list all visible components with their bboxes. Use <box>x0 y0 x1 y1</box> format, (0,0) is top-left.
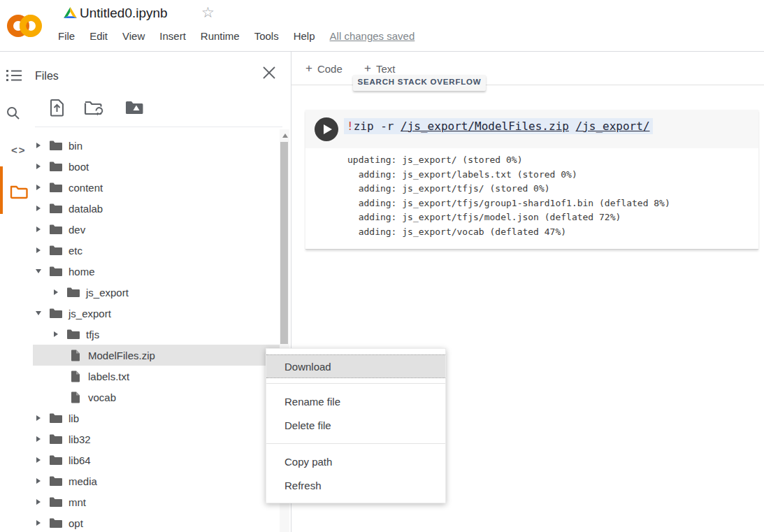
code-token-command: zip -r <box>354 120 401 133</box>
menu-tools[interactable]: Tools <box>254 30 279 42</box>
tree-item-boot[interactable]: boot <box>33 156 280 177</box>
add-code-button[interactable]: + Code <box>305 59 343 78</box>
chevron-down-icon[interactable] <box>35 269 42 273</box>
panel-separator <box>35 127 282 127</box>
context-menu-download[interactable]: Download <box>266 354 445 378</box>
output-line: adding: js_export/vocab (deflated 47%) <box>347 225 670 240</box>
table-of-contents-icon[interactable] <box>6 69 22 82</box>
output-line: adding: js_export/tfjs/model.json (defla… <box>347 210 670 225</box>
output-line: adding: js_export/tfjs/ (stored 0%) <box>347 182 670 196</box>
chevron-right-icon[interactable] <box>35 164 42 169</box>
tree-item-label: etc <box>69 245 82 257</box>
chevron-right-icon[interactable] <box>35 185 42 190</box>
files-panel-title: Files <box>35 70 59 82</box>
tree-item-lib32[interactable]: lib32 <box>33 429 280 450</box>
tree-item-label: labels.txt <box>88 371 129 382</box>
tree-item-content[interactable]: content <box>33 177 280 198</box>
tree-item-label: tfjs <box>86 329 99 340</box>
tree-item-vocab[interactable]: vocab <box>33 387 280 408</box>
tree-item-etc[interactable]: etc <box>33 240 280 261</box>
folder-icon <box>49 412 63 424</box>
menu-view[interactable]: View <box>122 30 145 42</box>
chevron-right-icon[interactable] <box>35 227 42 232</box>
files-tab-folder-icon[interactable] <box>10 184 28 199</box>
chevron-right-icon[interactable] <box>35 457 42 463</box>
file-context-menu: Download Rename file Delete file Copy pa… <box>266 348 446 503</box>
code-snippets-icon[interactable]: <> <box>11 144 27 156</box>
folder-icon <box>49 245 63 256</box>
search-icon[interactable] <box>6 106 20 120</box>
chevron-right-icon[interactable] <box>35 247 42 253</box>
tree-item-media[interactable]: media <box>33 470 280 491</box>
colab-logo-icon[interactable] <box>6 7 43 45</box>
chevron-right-icon[interactable] <box>35 499 42 505</box>
tree-item-label: ModelFiles.zip <box>88 350 155 361</box>
context-menu-rename-file[interactable]: Rename file <box>266 389 445 413</box>
header-divider <box>0 51 764 52</box>
chevron-right-icon[interactable] <box>35 206 42 211</box>
menu-help[interactable]: Help <box>294 30 315 42</box>
search-stack-overflow-button[interactable]: SEARCH STACK OVERFLOW <box>353 75 486 91</box>
tree-item-datalab[interactable]: datalab <box>33 198 280 219</box>
menu-separator <box>266 443 445 444</box>
folder-icon <box>49 140 63 151</box>
tree-item-dev[interactable]: dev <box>33 219 280 240</box>
chevron-right-icon[interactable] <box>35 436 42 442</box>
active-tab-indicator <box>0 166 3 214</box>
chevron-right-icon[interactable] <box>52 331 59 337</box>
folder-icon <box>49 475 63 487</box>
tree-item-label: dev <box>69 224 85 236</box>
tree-item-home[interactable]: home <box>33 261 280 282</box>
tree-item-lib[interactable]: lib <box>33 408 280 429</box>
scrollbar-up-arrow-icon[interactable] <box>282 134 288 138</box>
folder-icon <box>49 266 63 277</box>
chevron-right-icon[interactable] <box>35 520 42 526</box>
menu-edit[interactable]: Edit <box>89 30 108 42</box>
tree-item-label: js_export <box>86 287 129 299</box>
cell-output: updating: js_export/ (stored 0%) adding:… <box>347 153 670 239</box>
notebook-title[interactable]: Untitled0.ipynb <box>80 6 168 21</box>
tree-item-label: home <box>69 266 95 278</box>
folder-icon <box>49 203 63 214</box>
chevron-right-icon[interactable] <box>35 143 42 148</box>
tree-item-lib64[interactable]: lib64 <box>33 450 280 470</box>
tree-item-js-export-home[interactable]: js_export <box>33 282 280 303</box>
tree-item-js-export[interactable]: js_export <box>33 303 280 324</box>
upload-file-icon[interactable] <box>49 99 66 117</box>
tree-item-mnt[interactable]: mnt <box>33 491 280 512</box>
menu-insert[interactable]: Insert <box>159 30 186 42</box>
tree-item-modelfiles-zip[interactable]: ModelFiles.zip <box>33 345 280 366</box>
context-menu-delete-file[interactable]: Delete file <box>266 413 445 437</box>
chevron-right-icon[interactable] <box>52 289 59 295</box>
chevron-right-icon[interactable] <box>35 415 42 421</box>
tree-item-label: bin <box>69 140 82 152</box>
chevron-right-icon[interactable] <box>35 478 42 484</box>
close-panel-icon[interactable] <box>261 65 278 82</box>
folder-icon <box>49 224 63 235</box>
tree-item-labels-txt[interactable]: labels.txt <box>33 366 280 387</box>
run-cell-button[interactable] <box>315 117 338 141</box>
star-icon[interactable]: ☆ <box>201 4 215 21</box>
context-menu-refresh[interactable]: Refresh <box>266 473 445 497</box>
file-icon <box>71 391 80 403</box>
code-token-space <box>569 120 576 133</box>
mount-drive-icon[interactable] <box>124 100 144 115</box>
save-status[interactable]: All changes saved <box>330 30 415 42</box>
tree-item-bin[interactable]: bin <box>33 135 280 156</box>
drive-icon <box>63 6 78 20</box>
output-line: adding: js_export/tfjs/group1-shard1of1.… <box>347 196 670 211</box>
menu-runtime[interactable]: Runtime <box>201 30 240 42</box>
refresh-folder-icon[interactable] <box>84 99 103 117</box>
context-menu-copy-path[interactable]: Copy path <box>266 450 445 473</box>
folder-icon <box>49 182 63 193</box>
folder-icon <box>49 161 63 172</box>
code-token-zip-path[interactable]: /js_export/ModelFiles.zip <box>401 120 569 133</box>
tree-item-opt[interactable]: opt <box>33 512 280 532</box>
code-line[interactable]: !zip -r /js_export/ModelFiles.zip /js_ex… <box>344 120 653 133</box>
menu-file[interactable]: File <box>58 30 75 42</box>
tree-item-label: boot <box>69 161 89 173</box>
chevron-down-icon[interactable] <box>35 311 42 315</box>
tree-item-tfjs[interactable]: tfjs <box>33 324 280 345</box>
files-scrollbar-thumb[interactable] <box>280 142 288 344</box>
code-token-dir-path[interactable]: /js_export/ <box>576 120 650 133</box>
